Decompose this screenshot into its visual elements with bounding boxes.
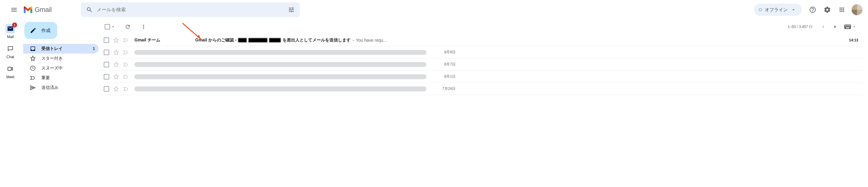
- sidebar-item-sent[interactable]: 送信済み: [23, 83, 98, 92]
- rail-item-mail[interactable]: 1 Mail: [0, 22, 21, 41]
- clock-icon: [30, 65, 36, 71]
- sidebar-item-important[interactable]: 重要: [23, 73, 98, 83]
- sidebar: 作成 受信トレイ 1 スター付き スヌーズ中 重要: [21, 20, 98, 187]
- status-label: オフライン: [765, 7, 788, 13]
- help-icon: [809, 6, 816, 14]
- row-star-button[interactable]: [113, 74, 119, 80]
- row-checkbox[interactable]: [103, 50, 110, 55]
- toolbar: 1–50 / 3,457 行: [98, 20, 863, 34]
- more-button[interactable]: [139, 22, 148, 32]
- redacted-content: [134, 74, 426, 79]
- row-important-button[interactable]: [123, 86, 129, 92]
- svg-rect-6: [849, 25, 850, 26]
- important-outline-icon: [123, 74, 129, 80]
- header: Gmail オフライン: [0, 0, 868, 20]
- checkbox-icon: [104, 86, 109, 92]
- rail-item-chat[interactable]: Chat: [0, 42, 21, 61]
- mail-row[interactable]: 7月24日: [98, 83, 863, 95]
- mail-row[interactable]: 8月8日: [98, 46, 863, 58]
- sidebar-item-label: スヌーズ中: [41, 65, 95, 71]
- row-important-button[interactable]: [123, 61, 129, 68]
- support-button[interactable]: [807, 4, 819, 16]
- rail-label: Mail: [7, 35, 14, 39]
- next-page-button[interactable]: [830, 22, 840, 32]
- row-checkbox[interactable]: [103, 37, 110, 43]
- row-important-button[interactable]: [123, 37, 129, 43]
- row-star-button[interactable]: [113, 37, 119, 43]
- important-outline-icon: [123, 37, 129, 43]
- search-button[interactable]: [83, 4, 95, 16]
- status-chip[interactable]: オフライン: [754, 4, 802, 16]
- more-vert-icon: [141, 24, 147, 30]
- mail-row[interactable]: 8月1日: [98, 71, 863, 83]
- chevron-down-icon: [791, 7, 796, 12]
- row-checkbox[interactable]: [103, 62, 110, 67]
- gmail-logo[interactable]: Gmail: [24, 6, 52, 14]
- star-outline-icon: [113, 61, 119, 68]
- rail-label: Meet: [6, 75, 14, 79]
- sidebar-item-starred[interactable]: スター付き: [23, 54, 98, 63]
- mail-row[interactable]: 8月7日: [98, 58, 863, 71]
- redacted-content: [134, 50, 426, 55]
- redacted-text: [238, 38, 247, 42]
- row-star-button[interactable]: [113, 86, 119, 92]
- search-input[interactable]: [95, 7, 285, 12]
- mail-list: Gmail チーム Gmail からのご確認 - を差出人としてメールを送信しま…: [98, 34, 863, 95]
- apps-button[interactable]: [836, 4, 848, 16]
- refresh-icon: [125, 24, 131, 30]
- row-star-button[interactable]: [113, 49, 119, 55]
- keyboard-icon: [844, 24, 851, 29]
- important-outline-icon: [123, 86, 129, 92]
- gmail-logo-text: Gmail: [35, 6, 52, 14]
- row-important-button[interactable]: [123, 49, 129, 55]
- apps-grid-icon: [838, 6, 845, 13]
- redacted-text: [269, 38, 281, 42]
- star-icon: [30, 55, 36, 61]
- compose-button[interactable]: 作成: [24, 22, 57, 39]
- important-outline-icon: [123, 61, 129, 68]
- inbox-icon: [30, 46, 36, 52]
- sidebar-item-snoozed[interactable]: スヌーズ中: [23, 63, 98, 73]
- sidebar-item-inbox[interactable]: 受信トレイ 1: [23, 44, 98, 54]
- rail-badge: 1: [12, 23, 17, 27]
- search-options-button[interactable]: [285, 4, 298, 16]
- refresh-button[interactable]: [123, 22, 133, 32]
- input-tools-button[interactable]: [842, 23, 858, 30]
- search-bar[interactable]: [81, 2, 300, 17]
- checkbox-icon: [104, 50, 109, 55]
- status-indicator-icon: [759, 8, 762, 11]
- main-menu-button[interactable]: [7, 2, 21, 17]
- app-rail: 1 Mail Chat Meet: [0, 20, 21, 187]
- star-outline-icon: [113, 74, 119, 80]
- select-all-checkbox[interactable]: [103, 23, 117, 31]
- svg-rect-3: [845, 25, 846, 26]
- svg-rect-5: [848, 25, 849, 26]
- chevron-right-icon: [832, 24, 838, 30]
- sidebar-item-count: 1: [93, 47, 95, 51]
- sidebar-item-label: 重要: [41, 75, 95, 81]
- star-outline-icon: [113, 86, 119, 92]
- account-avatar[interactable]: [851, 4, 863, 15]
- settings-button[interactable]: [821, 4, 833, 16]
- row-date: 8月8日: [431, 50, 456, 55]
- chevron-down-icon: [111, 24, 116, 29]
- mail-row[interactable]: Gmail チーム Gmail からのご確認 - を差出人としてメールを送信しま…: [98, 34, 863, 46]
- star-outline-icon: [113, 49, 119, 55]
- sidebar-item-label: スター付き: [41, 56, 95, 61]
- checkbox-icon: [104, 62, 109, 67]
- main-pane: 1–50 / 3,457 行: [98, 20, 863, 187]
- pencil-icon: [30, 27, 36, 34]
- chevron-down-icon: [852, 25, 857, 29]
- row-checkbox[interactable]: [103, 74, 110, 79]
- row-subject: Gmail からのご確認 - を差出人としてメールを送信します - You ha…: [195, 37, 829, 43]
- row-sender: Gmail チーム: [134, 37, 195, 43]
- important-outline-icon: [123, 49, 129, 55]
- row-star-button[interactable]: [113, 61, 119, 68]
- row-important-button[interactable]: [123, 74, 129, 80]
- rail-item-meet[interactable]: Meet: [0, 62, 21, 81]
- row-checkbox[interactable]: [103, 86, 110, 92]
- row-date: 8月7日: [431, 62, 456, 67]
- search-icon: [86, 6, 93, 13]
- prev-page-button[interactable]: [818, 22, 828, 32]
- gear-icon: [824, 6, 831, 14]
